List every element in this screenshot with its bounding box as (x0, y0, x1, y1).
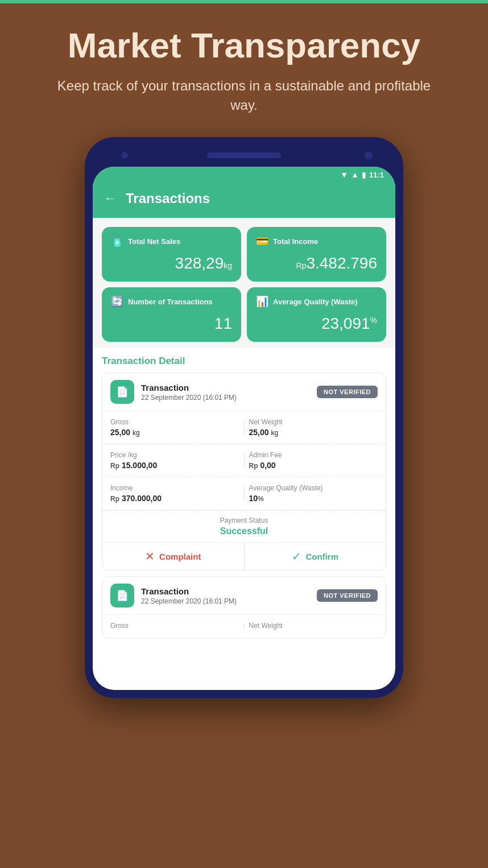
gross-label-2: Gross (110, 622, 239, 630)
stat-card-header-3: 🔄 Number of Transactions (111, 295, 232, 308)
transaction-name-2: Transaction (141, 586, 237, 596)
transactions-icon: 🔄 (111, 295, 123, 308)
net-sales-value: 328,29kg (111, 254, 232, 272)
payment-status-value: Successful (110, 526, 378, 536)
transaction-date-1: 22 September 2020 (16:01 PM) (141, 394, 237, 402)
transactions-value: 11 (111, 315, 232, 333)
quality-value: 23,091% (256, 315, 377, 333)
battery-icon: ▮ (362, 170, 366, 179)
stat-card-header-2: 💳 Total Income (256, 235, 377, 247)
detail-price: Price /kg Rp 15.000,00 (110, 449, 244, 472)
detail-section: Transaction Detail 📄 Transaction 22 Sept… (93, 348, 395, 649)
avg-quality-label: Average Quality (Waste) (249, 484, 378, 492)
header-section: Market Transparency Keep track of your t… (0, 3, 488, 126)
page-title: Market Transparency (46, 26, 442, 65)
income-label: Total Income (273, 237, 318, 246)
transaction-icon-2: 📄 (110, 584, 134, 607)
not-verified-badge-1: NOT VERIFIED (317, 386, 378, 398)
transaction-left-1: 📄 Transaction 22 September 2020 (16:01 P… (110, 380, 237, 404)
quality-label: Average Quality (Waste) (273, 297, 358, 306)
app-header-title: Transactions (126, 191, 210, 206)
stat-card-net-sales: 🧴 Total Net Sales 328,29kg (102, 227, 241, 282)
net-sales-unit: kg (224, 261, 232, 270)
admin-fee-label: Admin Fee (249, 451, 378, 459)
income-row-prefix: Rp (110, 495, 119, 503)
detail-income: Income Rp 370.000,00 (110, 482, 244, 505)
status-bar: ▼ ▲ ▮ 11:1 (93, 167, 395, 183)
page-subtitle: Keep track of your transactions in a sus… (46, 76, 442, 114)
phone-outer: ▼ ▲ ▮ 11:1 ← Transactions 🧴 Total Net Sa… (85, 137, 403, 698)
admin-fee-value: Rp 0,00 (249, 461, 378, 470)
status-time: 11:1 (369, 171, 384, 179)
detail-row-price-admin: Price /kg Rp 15.000,00 Admin Fee Rp 0,00 (102, 444, 386, 477)
transaction-card-1: 📄 Transaction 22 September 2020 (16:01 P… (102, 373, 386, 571)
detail-gross: Gross 25,00 kg (110, 416, 244, 439)
stat-card-quality: 📊 Average Quality (Waste) 23,091% (247, 287, 386, 342)
confirm-button[interactable]: ✓ Confirm (245, 543, 386, 570)
transaction-icon-1: 📄 (110, 380, 134, 404)
payment-status-label: Payment Status (110, 516, 378, 524)
net-weight-label: Net Weight (249, 418, 378, 426)
gross-label: Gross (110, 418, 239, 426)
transaction-date-2: 22 September 2020 (16:01 PM) (141, 597, 237, 605)
section-title: Transaction Detail (102, 356, 386, 367)
stat-card-header-4: 📊 Average Quality (Waste) (256, 295, 377, 308)
transaction-header-2: 📄 Transaction 22 September 2020 (16:01 P… (102, 577, 386, 615)
detail-net-weight: Net Weight 25,00 kg (245, 416, 378, 439)
detail-col-net-2: Net Weight (245, 619, 378, 634)
transaction-header-1: 📄 Transaction 22 September 2020 (16:01 P… (102, 373, 386, 411)
income-icon: 💳 (256, 235, 268, 247)
phone-speaker (207, 152, 281, 158)
transaction-name-1: Transaction (141, 383, 237, 392)
detail-row-income-quality: Income Rp 370.000,00 Average Quality (Wa… (102, 477, 386, 510)
transaction-card-2: 📄 Transaction 22 September 2020 (16:01 P… (102, 576, 386, 639)
not-verified-badge-2: NOT VERIFIED (317, 589, 378, 602)
app-header: ← Transactions (93, 183, 395, 218)
doc-icon: 📄 (116, 386, 129, 398)
detail-avg-quality: Average Quality (Waste) 10% (245, 482, 378, 505)
complaint-icon: ✕ (145, 549, 155, 563)
income-currency: Rp (296, 261, 307, 270)
wifi-icon: ▼ (340, 170, 348, 179)
detail-row-2-gross-net: Gross Net Weight (102, 615, 386, 638)
stat-card-income: 💳 Total Income Rp3.482.796 (247, 227, 386, 282)
transaction-info-2: Transaction 22 September 2020 (16:01 PM) (141, 586, 237, 605)
status-icons: ▼ ▲ ▮ 11:1 (340, 170, 384, 179)
income-row-label: Income (110, 484, 239, 492)
signal-icon: ▲ (351, 170, 359, 179)
stat-card-header: 🧴 Total Net Sales (111, 235, 232, 247)
complaint-button[interactable]: ✕ Complaint (102, 543, 244, 570)
transaction-info-1: Transaction 22 September 2020 (16:01 PM) (141, 383, 237, 402)
price-prefix: Rp (110, 462, 119, 470)
quality-icon: 📊 (256, 295, 268, 308)
action-row: ✕ Complaint ✓ Confirm (102, 542, 386, 570)
net-sales-label: Total Net Sales (128, 237, 180, 246)
net-weight-value: 25,00 kg (249, 428, 378, 437)
phone-notch (93, 145, 395, 166)
phone-screen: ▼ ▲ ▮ 11:1 ← Transactions 🧴 Total Net Sa… (93, 167, 395, 690)
back-button[interactable]: ← (104, 191, 117, 206)
confirm-label: Confirm (306, 552, 339, 561)
net-sales-icon: 🧴 (111, 235, 123, 247)
net-label-2: Net Weight (249, 622, 378, 630)
phone-dot (365, 151, 373, 159)
confirm-icon: ✓ (292, 549, 301, 563)
transaction-left-2: 📄 Transaction 22 September 2020 (16:01 P… (110, 584, 237, 607)
income-row-value: Rp 370.000,00 (110, 494, 239, 503)
avg-quality-value: 10% (249, 494, 378, 503)
detail-row-gross-net: Gross 25,00 kg Net Weight 25,00 kg (102, 411, 386, 444)
detail-col-gross-2: Gross (110, 619, 244, 634)
doc-icon-2: 📄 (116, 589, 129, 602)
quality-unit: % (370, 316, 377, 325)
stat-card-transactions: 🔄 Number of Transactions 11 (102, 287, 241, 342)
phone-mockup: ▼ ▲ ▮ 11:1 ← Transactions 🧴 Total Net Sa… (85, 137, 403, 698)
phone-camera (121, 152, 128, 159)
complaint-label: Complaint (159, 552, 201, 561)
income-value: Rp3.482.796 (256, 254, 377, 272)
payment-status-row: Payment Status Successful (102, 510, 386, 542)
transactions-label: Number of Transactions (128, 297, 213, 306)
admin-fee-prefix: Rp (249, 462, 258, 470)
gross-value: 25,00 kg (110, 428, 239, 437)
price-label: Price /kg (110, 451, 239, 459)
detail-admin-fee: Admin Fee Rp 0,00 (245, 449, 378, 472)
